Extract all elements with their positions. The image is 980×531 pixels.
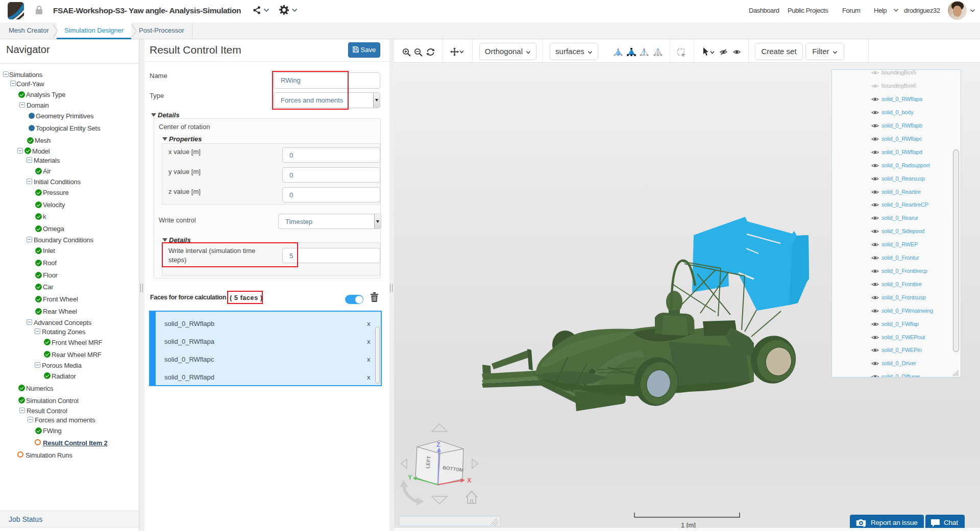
svg-text:Y: Y xyxy=(408,474,412,481)
svg-text:X: X xyxy=(467,477,472,484)
svg-text:Z: Z xyxy=(436,441,440,448)
